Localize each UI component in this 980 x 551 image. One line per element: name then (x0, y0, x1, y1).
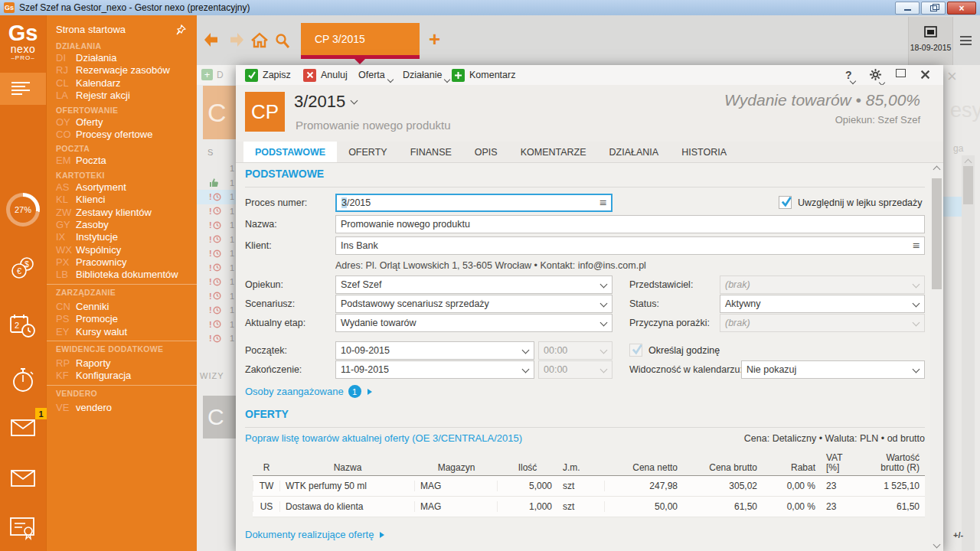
lejek-checkbox[interactable] (779, 196, 792, 209)
gear-icon (870, 69, 881, 80)
sidebar-item-oferty[interactable]: OYOferty (47, 116, 197, 129)
rail-license-button[interactable] (0, 514, 46, 542)
scrollbar-thumb[interactable] (932, 178, 942, 289)
home-button[interactable] (250, 31, 269, 53)
sidebar-item-konfiguracja[interactable]: KFKonfiguracja (47, 370, 197, 382)
chevron-down-icon (522, 366, 530, 373)
poczatek-date-dropdown[interactable]: 10-09-2015 (335, 341, 534, 360)
back-button[interactable] (203, 31, 221, 51)
offer-items-table: R Nazwa Magazyn Ilość J.m. Cena netto Ce… (253, 450, 925, 517)
scenariusz-label: Scenariusz: (245, 295, 295, 313)
scroll-up-icon[interactable] (933, 166, 941, 174)
etap-dropdown[interactable]: Wydanie towarów (335, 314, 612, 332)
tab-opis[interactable]: OPIS (463, 142, 509, 162)
chevron-down-icon (600, 319, 608, 327)
cancel-button[interactable]: Anuluj (303, 65, 348, 85)
tab-finanse[interactable]: FINANSE (399, 142, 463, 162)
sidebar-item-strona-startowa[interactable]: Strona startowa (47, 21, 197, 38)
lejek-checkbox-group[interactable]: Uwzględnij w lejku sprzedaży (779, 196, 923, 209)
sidebar-item-vendero[interactable]: VEvendero (47, 402, 197, 414)
widocznosc-dropdown[interactable]: Nie pokazuj (741, 360, 925, 379)
sidebar-item-poczta[interactable]: EMPoczta (47, 155, 197, 167)
klient-field[interactable]: Ins Bank ≡ (335, 236, 925, 255)
tab-cp-3-2015[interactable]: CP 3/2015 (301, 23, 420, 55)
popraw-liste-link[interactable]: Popraw listę towarów aktualnej oferty (O… (245, 432, 522, 444)
restore-button[interactable] (921, 2, 946, 15)
zakonczenie-date-dropdown[interactable]: 11-09-2015 (335, 360, 534, 379)
dialog-scrollbar[interactable] (930, 163, 943, 551)
rail-mail-button[interactable] (0, 468, 46, 488)
sidebar-item-raporty[interactable]: RPRaporty (47, 357, 197, 370)
sidebar-item-cenniki[interactable]: CNCenniki (47, 301, 197, 313)
opiekun-dropdown[interactable]: Szef Szef (335, 276, 612, 294)
sidebar-item-dzialania[interactable]: DIDziałania (47, 52, 197, 64)
backdrop-scrollbar[interactable] (962, 155, 975, 551)
new-tab-button[interactable]: + (429, 28, 440, 51)
overdue-alarm-icon: ! (209, 320, 221, 329)
tab-komentarze[interactable]: KOMENTARZE (509, 142, 598, 162)
comment-button[interactable]: Komentarz (452, 65, 515, 85)
tab-dzialania[interactable]: DZIAŁANIA (598, 142, 671, 162)
settings-button[interactable] (870, 69, 884, 83)
tab-oferty[interactable]: OFERTY (337, 142, 398, 162)
offer-menu-button[interactable]: Oferta (358, 65, 393, 85)
forward-arrow-icon (227, 31, 245, 48)
sidebar-item-pracownicy[interactable]: PXPracownicy (47, 256, 197, 269)
sidebar-item-rezerwacje-zasobow[interactable]: RJRezerwacje zasobów (47, 64, 197, 77)
rail-menu-button[interactable] (0, 73, 46, 105)
forward-button[interactable] (227, 31, 245, 51)
field-options-icon[interactable]: ≡ (599, 195, 607, 210)
rail-inbox-button[interactable]: 1 (0, 417, 46, 440)
close-button[interactable]: × (947, 2, 976, 15)
dialog-header: CP 3/2015 Promowanie nowego produktu Wyd… (236, 85, 943, 142)
scenariusz-dropdown[interactable]: Podstawowy scenariusz sprzedaży (335, 295, 612, 313)
sidebar-item-procesy-ofertowe[interactable]: COProcesy ofertowe (47, 129, 197, 141)
action-menu-button[interactable]: Działanie (403, 65, 449, 85)
maximize-dialog-button[interactable] (896, 67, 906, 80)
app-icon: Gs (4, 2, 15, 13)
sidebar-item-asortyment[interactable]: ASAsortyment (47, 181, 197, 194)
rail-progress-button[interactable]: 27% (0, 193, 46, 227)
overdue-alarm-icon: ! (209, 235, 221, 244)
navigation-bar: CP 3/2015 + 18-09-2015 (197, 15, 980, 65)
navbar-menu-button[interactable] (960, 36, 972, 47)
search-button[interactable] (274, 33, 291, 53)
backdrop-section-label: WIZY (200, 371, 224, 380)
process-number-dropdown[interactable]: 3/2015 (294, 92, 357, 112)
sidebar-item-zestawy-klientow[interactable]: ZWZestawy klientów (47, 207, 197, 219)
sidebar-item-kalendarz[interactable]: CLKalendarz (47, 77, 197, 90)
field-options-icon[interactable]: ≡ (913, 237, 920, 254)
godzina-checkbox-group: Określaj godzinę (629, 344, 720, 357)
sidebar-item-rejestr-akcji[interactable]: LARejestr akcji (47, 90, 197, 102)
date-widget[interactable]: 18-09-2015 (908, 17, 953, 65)
sidebar-item-zasoby[interactable]: GYZasoby (47, 219, 197, 231)
dialog-toolbar: Zapisz Anuluj Oferta Działanie (236, 65, 943, 85)
sidebar-item-wspolnicy[interactable]: WXWspólnicy (47, 244, 197, 256)
rail-timer-button[interactable] (0, 366, 46, 395)
sidebar-item-instytucje[interactable]: IXInstytucje (47, 231, 197, 243)
klient-address-line: Adres: Pl. Orląt Lwowskich 1, 53-605 Wro… (335, 259, 925, 272)
tab-podstawowe[interactable]: PODSTAWOWE (243, 142, 337, 162)
pin-icon[interactable] (175, 24, 186, 41)
tab-historia[interactable]: HISTORIA (670, 142, 738, 162)
table-row[interactable]: US Dostawa do klienta MAG 1,000 szt 50,0… (253, 497, 925, 517)
overdue-alarm-icon: ! (209, 220, 221, 230)
status-dropdown[interactable]: Aktywny (720, 295, 925, 313)
rail-currency-button[interactable]: $ € (0, 256, 46, 282)
table-row[interactable]: TW WTK perfumy 50 ml MAG 5,000 szt 247,9… (253, 476, 925, 497)
help-button[interactable]: ? (845, 69, 855, 81)
minimize-button[interactable] (895, 2, 920, 15)
przedstawiciel-label: Przedstawiciel: (629, 276, 693, 294)
osoby-zaangazowane-link[interactable]: Osoby zaangażowane 1 (245, 385, 375, 398)
nazwa-field[interactable]: Promowanie nowego produktu (335, 215, 925, 233)
scroll-down-icon[interactable] (933, 541, 941, 549)
sidebar-item-promocje[interactable]: PSPromocje (47, 313, 197, 325)
save-button[interactable]: Zapisz (245, 65, 291, 85)
close-dialog-button[interactable] (920, 69, 930, 83)
sidebar-item-klienci[interactable]: KLKlienci (47, 194, 197, 206)
dokumenty-link[interactable]: Dokumenty realizujące ofertę (245, 529, 387, 540)
proces-numer-field[interactable]: 3/2015 ≡ (335, 194, 612, 212)
sidebar-item-biblioteka-dokumentow[interactable]: LBBiblioteka dokumentów (47, 269, 197, 281)
rail-planner-button[interactable]: 2 (0, 312, 46, 340)
sidebar-item-kursy-walut[interactable]: EYKursy walut (47, 326, 197, 338)
